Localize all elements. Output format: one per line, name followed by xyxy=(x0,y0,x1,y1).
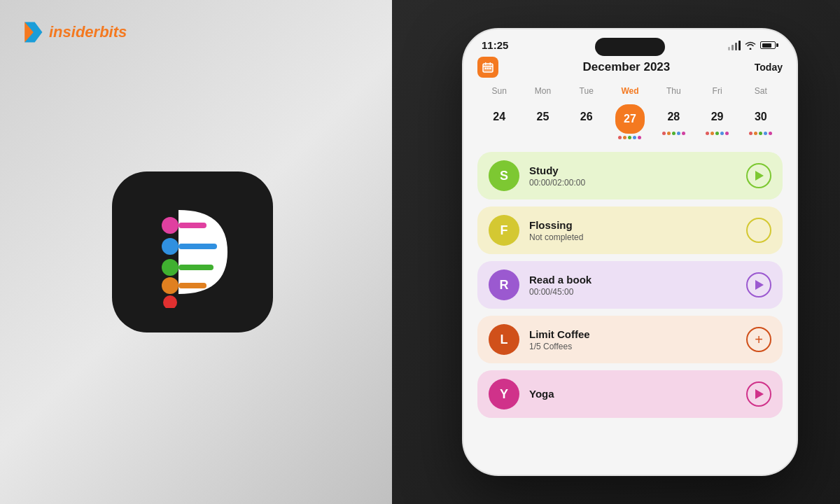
habit-flossing[interactable]: F Flossing Not completed xyxy=(477,206,783,254)
habit-flossing-avatar: F xyxy=(489,215,519,246)
app-icon xyxy=(112,172,273,332)
day-wed: Wed xyxy=(608,86,652,96)
logo-text-bits: bits xyxy=(99,23,127,41)
date-num-28: 28 xyxy=(661,104,686,130)
habit-study-avatar: S xyxy=(489,160,519,191)
play-icon xyxy=(755,389,764,399)
date-30[interactable]: 30 xyxy=(739,102,783,142)
date-28-dots xyxy=(662,132,685,135)
day-fri: Fri xyxy=(695,86,738,96)
habit-yoga-name: Yoga xyxy=(529,388,736,400)
habit-flossing-action[interactable] xyxy=(746,218,771,243)
habit-flossing-sub: Not completed xyxy=(529,232,736,242)
habit-yoga-info: Yoga xyxy=(529,388,736,401)
play-icon xyxy=(755,171,764,181)
svg-point-6 xyxy=(163,295,177,308)
play-icon xyxy=(755,280,764,290)
today-button[interactable]: Today xyxy=(755,62,783,73)
svg-rect-14 xyxy=(485,62,486,65)
habit-coffee-sub: 1/5 Coffees xyxy=(529,342,736,351)
svg-point-5 xyxy=(162,277,178,294)
date-28[interactable]: 28 xyxy=(652,102,695,142)
calendar-header: December 2023 Today xyxy=(477,51,783,86)
svg-rect-16 xyxy=(485,68,487,70)
signal-icon xyxy=(728,41,741,50)
svg-point-3 xyxy=(162,238,178,255)
day-sat: Sat xyxy=(739,86,783,96)
habit-coffee-name: Limit Coffee xyxy=(529,328,736,340)
habit-flossing-name: Flossing xyxy=(529,219,736,231)
date-30-dots xyxy=(749,132,772,135)
habit-read-name: Read a book xyxy=(529,274,736,286)
day-thu: Thu xyxy=(652,86,695,96)
habit-study-name: Study xyxy=(529,164,736,176)
app-icon-container xyxy=(112,172,273,332)
date-27[interactable]: 27 xyxy=(608,102,652,142)
logo-icon xyxy=(20,20,45,45)
habit-read-action[interactable] xyxy=(746,272,771,298)
svg-point-2 xyxy=(162,217,178,234)
day-sun: Sun xyxy=(477,86,521,96)
habit-read-sub: 00:00/45:00 xyxy=(529,287,736,297)
week-dates-row[interactable]: 24 25 26 27 xyxy=(477,102,783,142)
week-days-row: Sun Mon Tue Wed Thu Fri Sat xyxy=(477,86,783,96)
svg-rect-9 xyxy=(178,265,214,270)
svg-rect-18 xyxy=(489,68,491,70)
svg-rect-15 xyxy=(490,62,491,65)
calendar-icon xyxy=(477,57,498,78)
date-27-dots xyxy=(618,136,641,139)
svg-rect-17 xyxy=(487,68,489,70)
calendar-title: December 2023 xyxy=(583,60,671,74)
date-29-dots xyxy=(706,132,729,135)
habit-study-info: Study 00:00/02:00:00 xyxy=(529,164,736,188)
date-26[interactable]: 26 xyxy=(565,102,608,142)
habit-study-action[interactable] xyxy=(746,163,771,188)
habit-coffee[interactable]: L Limit Coffee 1/5 Coffees + xyxy=(477,316,783,363)
habit-coffee-avatar: L xyxy=(489,324,519,355)
date-29[interactable]: 29 xyxy=(695,102,738,142)
habits-list: S Study 00:00/02:00:00 F Flossing Not co… xyxy=(477,152,783,418)
date-24[interactable]: 24 xyxy=(477,102,521,142)
date-num-29: 29 xyxy=(705,104,730,130)
svg-rect-8 xyxy=(178,244,217,249)
date-num-25: 25 xyxy=(530,104,555,130)
svg-point-4 xyxy=(162,259,178,276)
habit-read[interactable]: R Read a book 00:00/45:00 xyxy=(477,261,783,309)
calendar-svg xyxy=(482,62,493,73)
habit-yoga[interactable]: Y Yoga xyxy=(477,370,783,418)
habit-yoga-action[interactable] xyxy=(746,382,771,407)
phone-content: December 2023 Today Sun Mon Tue Wed Thu … xyxy=(463,51,797,454)
habit-read-avatar: R xyxy=(489,270,519,300)
logo-text-insider: insider xyxy=(49,23,99,41)
battery-icon xyxy=(760,41,778,49)
status-time: 11:25 xyxy=(482,39,508,51)
habit-coffee-info: Limit Coffee 1/5 Coffees xyxy=(529,328,736,351)
plus-icon: + xyxy=(755,332,763,346)
date-num-24: 24 xyxy=(486,104,512,130)
svg-rect-7 xyxy=(178,223,206,228)
date-num-26: 26 xyxy=(574,104,599,130)
status-bar: 11:25 xyxy=(463,29,797,51)
phone-mockup: 11:25 xyxy=(462,28,798,476)
logo-text: insiderbits xyxy=(49,23,127,41)
date-num-30: 30 xyxy=(748,104,774,130)
wifi-icon xyxy=(745,41,756,50)
habit-flossing-info: Flossing Not completed xyxy=(529,219,736,242)
logo-area: insiderbits xyxy=(20,20,127,45)
habit-study-sub: 00:00/02:00:00 xyxy=(529,178,736,188)
app-icon-inner xyxy=(112,172,273,332)
habit-yoga-avatar: Y xyxy=(489,379,519,410)
svg-rect-10 xyxy=(178,283,206,288)
habit-read-info: Read a book 00:00/45:00 xyxy=(529,274,736,297)
phone-wrapper: 11:25 xyxy=(462,28,798,476)
date-25[interactable]: 25 xyxy=(521,102,564,142)
habit-coffee-action[interactable]: + xyxy=(746,327,771,352)
habit-study[interactable]: S Study 00:00/02:00:00 xyxy=(477,152,783,200)
status-icons xyxy=(728,41,778,50)
svg-rect-13 xyxy=(483,66,493,67)
day-tue: Tue xyxy=(565,86,608,96)
app-logo-svg xyxy=(136,196,248,308)
day-mon: Mon xyxy=(521,86,564,96)
date-num-27: 27 xyxy=(615,104,645,134)
